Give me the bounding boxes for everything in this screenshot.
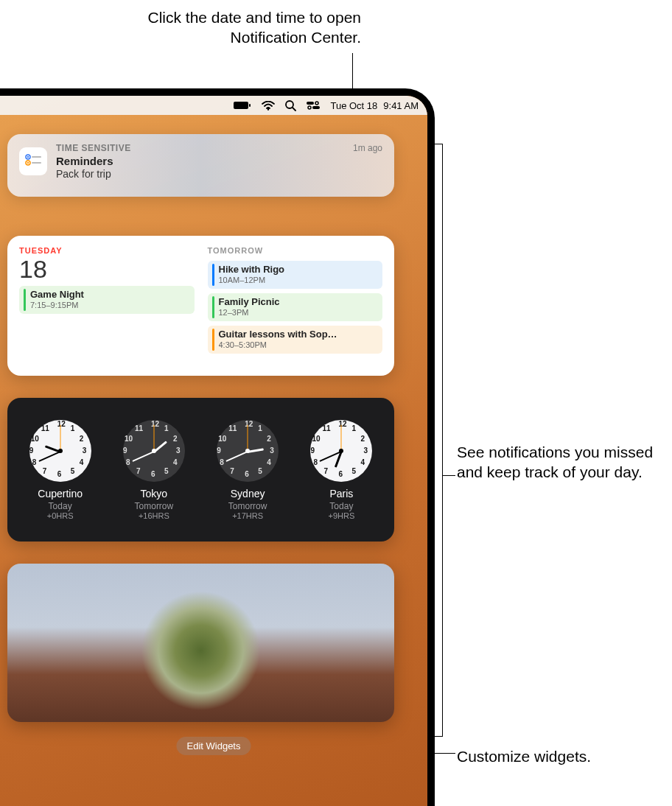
calendar-day-name: TUESDAY bbox=[19, 246, 195, 255]
svg-line-4 bbox=[293, 108, 295, 111]
clock-offset: +17HRS bbox=[217, 511, 279, 520]
desktop-screen: Tue Oct 18 9:41 AM TIME SENSITIVE Remind… bbox=[0, 96, 427, 806]
svg-point-8 bbox=[308, 106, 311, 109]
clock-day: Today bbox=[310, 501, 372, 511]
svg-rect-0 bbox=[234, 102, 248, 109]
clock-face: 121234567891011 bbox=[217, 420, 279, 482]
clock-offset: +9HRS bbox=[310, 511, 372, 520]
menubar-time: 9:41 AM bbox=[383, 100, 419, 111]
clock-day: Tomorrow bbox=[123, 501, 185, 511]
clock-item: 121234567891011SydneyTomorrow+17HRS bbox=[217, 420, 279, 520]
calendar-event[interactable]: Guitar lessons with Sop…4:30–5:30PM bbox=[208, 326, 383, 354]
control-center-icon[interactable] bbox=[307, 101, 320, 110]
laptop-frame: Tue Oct 18 9:41 AM TIME SENSITIVE Remind… bbox=[0, 88, 435, 806]
menubar-date: Tue Oct 18 bbox=[330, 100, 377, 111]
clock-item: 121234567891011CupertinoToday+0HRS bbox=[29, 420, 91, 520]
svg-point-10 bbox=[27, 156, 29, 158]
clock-city: Cupertino bbox=[29, 488, 91, 500]
clock-city: Tokyo bbox=[123, 488, 185, 500]
edit-widgets-button[interactable]: Edit Widgets bbox=[177, 737, 251, 755]
calendar-event[interactable]: Family Picnic12–3PM bbox=[208, 293, 383, 321]
calendar-event-time: 10AM–12PM bbox=[219, 276, 285, 286]
reminders-app-icon bbox=[19, 147, 47, 175]
notification-card[interactable]: TIME SENSITIVE Reminders Pack for trip 1… bbox=[7, 134, 394, 197]
svg-rect-5 bbox=[307, 102, 314, 105]
leader-line bbox=[442, 144, 443, 737]
notification-time: 1m ago bbox=[353, 143, 382, 188]
clock-face: 121234567891011 bbox=[310, 420, 372, 482]
clock-item: 121234567891011TokyoTomorrow+16HRS bbox=[123, 420, 185, 520]
svg-point-12 bbox=[27, 162, 29, 164]
calendar-event[interactable]: Hike with Rigo10AM–12PM bbox=[208, 261, 383, 289]
calendar-event-title: Hike with Rigo bbox=[219, 264, 285, 276]
world-clock-widget[interactable]: 121234567891011CupertinoToday+0HRS121234… bbox=[7, 398, 394, 542]
calendar-event[interactable]: Game Night7:15–9:15PM bbox=[19, 286, 195, 314]
spotlight-icon[interactable] bbox=[285, 100, 296, 111]
calendar-widget[interactable]: TUESDAY 18 Game Night7:15–9:15PM TOMORRO… bbox=[7, 236, 394, 376]
clock-item: 121234567891011ParisToday+9HRS bbox=[310, 420, 372, 520]
svg-point-6 bbox=[315, 102, 318, 105]
calendar-tomorrow-label: TOMORROW bbox=[208, 246, 383, 255]
callout-notifications: See notifications you missed and keep tr… bbox=[457, 442, 663, 483]
clock-offset: +16HRS bbox=[123, 511, 185, 520]
callout-datetime: Click the date and time to open Notifica… bbox=[96, 7, 361, 48]
battery-icon[interactable] bbox=[234, 101, 251, 110]
leader-line bbox=[442, 475, 455, 476]
svg-rect-7 bbox=[312, 106, 320, 109]
svg-rect-1 bbox=[249, 104, 251, 107]
calendar-event-title: Guitar lessons with Sop… bbox=[219, 329, 337, 340]
clock-city: Paris bbox=[310, 488, 372, 500]
clock-face: 121234567891011 bbox=[123, 420, 185, 482]
clock-face: 121234567891011 bbox=[29, 420, 91, 482]
notification-tag: TIME SENSITIVE bbox=[56, 143, 344, 153]
calendar-event-time: 7:15–9:15PM bbox=[30, 301, 84, 311]
calendar-event-title: Family Picnic bbox=[219, 296, 280, 308]
clock-day: Tomorrow bbox=[217, 501, 279, 511]
callout-customize: Customize widgets. bbox=[457, 746, 663, 766]
menubar-datetime[interactable]: Tue Oct 18 9:41 AM bbox=[330, 100, 419, 111]
clock-city: Sydney bbox=[217, 488, 279, 500]
calendar-event-title: Game Night bbox=[30, 289, 84, 301]
clock-offset: +0HRS bbox=[29, 511, 91, 520]
leader-line bbox=[442, 753, 455, 754]
svg-point-2 bbox=[267, 108, 270, 110]
menu-bar: Tue Oct 18 9:41 AM bbox=[0, 96, 427, 115]
leader-line bbox=[435, 144, 442, 144]
notification-app-name: Reminders bbox=[56, 155, 344, 167]
leader-line bbox=[435, 736, 442, 737]
clock-day: Today bbox=[29, 501, 91, 511]
calendar-event-time: 4:30–5:30PM bbox=[219, 340, 337, 351]
calendar-event-time: 12–3PM bbox=[219, 308, 280, 318]
photos-widget[interactable] bbox=[7, 564, 394, 722]
calendar-day-number: 18 bbox=[19, 256, 195, 281]
notification-message: Pack for trip bbox=[56, 168, 344, 180]
wifi-icon[interactable] bbox=[262, 101, 275, 111]
